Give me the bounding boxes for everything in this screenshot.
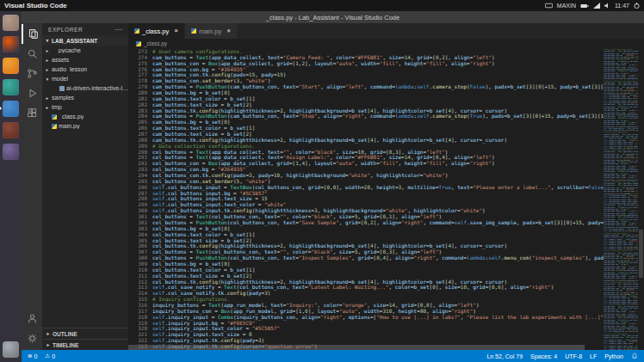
network-icon[interactable] xyxy=(593,3,600,9)
code-line-315[interactable]: 315# Inquiry configurations. xyxy=(128,297,604,303)
code-line-286[interactable]: 286cam_buttons.text_color = b_set[1] xyxy=(128,126,604,132)
code-line-288[interactable]: 288cam_buttons.tk.config(highlightthickn… xyxy=(128,138,604,144)
code-line-313[interactable]: 313self.col_save_notify = Text(col_butto… xyxy=(128,285,604,291)
code-line-302[interactable]: 302col_buttons = PushButton(col_buttons_… xyxy=(128,220,604,226)
tab--class-py[interactable]: _class.py× xyxy=(128,23,185,39)
launcher-gimp-icon[interactable] xyxy=(2,121,20,139)
launcher-vscode-icon[interactable] xyxy=(2,100,20,118)
tree-item--pycache-[interactable]: ▸__pycache__ xyxy=(42,46,128,55)
code-area[interactable]: 273# User camera configurations.274cam_b… xyxy=(128,48,604,350)
topbar-app-name[interactable]: Visual Studio Code xyxy=(4,2,67,9)
run-debug-icon[interactable] xyxy=(22,83,42,103)
code-line-309[interactable]: 309col_buttons.bg = b_set[0] xyxy=(128,261,604,267)
vertical-scrollbar[interactable] xyxy=(638,48,644,350)
breadcrumb[interactable]: _class.py xyxy=(128,39,644,48)
error-indicator[interactable]: ⊗0 xyxy=(28,353,37,359)
code-line-295[interactable]: 295col_buttons_con.set_border(5, "white"… xyxy=(128,179,604,185)
launcher-software-center-icon[interactable] xyxy=(2,78,20,96)
launcher-system-settings-icon[interactable] xyxy=(2,143,20,161)
code-line-287[interactable]: 287cam_buttons.text_size = b_set[2] xyxy=(128,132,604,138)
vertical-scrollbar-slider[interactable] xyxy=(639,230,643,278)
code-line-292[interactable]: 292col_buttons_con = Box(app_data_collec… xyxy=(128,161,604,167)
code-line-291[interactable]: 291col_buttons = Text(app_data_collect, … xyxy=(128,155,604,161)
launcher-trash-icon[interactable] xyxy=(2,341,20,359)
code-line-308[interactable]: 308col_buttons = PushButton(col_buttons_… xyxy=(128,255,604,261)
status-item-1[interactable]: Spaces: 4 xyxy=(530,353,557,359)
tree-item-main-py[interactable]: main.py xyxy=(42,121,128,131)
code-line-290[interactable]: 290col_buttons = Text(app_data_collect, … xyxy=(128,150,604,156)
extensions-icon[interactable] xyxy=(22,103,42,123)
code-editor[interactable]: 273# User camera configurations.274cam_b… xyxy=(128,48,644,350)
code-line-312[interactable]: 312col_buttons.tk.config(highlightthickn… xyxy=(128,279,604,285)
code-line-279[interactable]: 279cam_buttons = PushButton(cam_buttons_… xyxy=(128,84,604,90)
minimap[interactable]: # User camera configurations.cam_buttons… xyxy=(604,48,638,350)
horizontal-scrollbar-slider[interactable] xyxy=(128,345,585,350)
tree-item-samples[interactable]: ▸samples xyxy=(42,93,128,102)
code-line-322[interactable]: 322self.inquiry_input.tk.config(pady=3) xyxy=(128,338,604,344)
status-item-3[interactable]: LF xyxy=(590,353,597,359)
code-line-276[interactable]: 276cam_buttons_con.bg = "#364935" xyxy=(128,67,604,73)
tree-item--class-py[interactable]: _class.py xyxy=(42,112,128,121)
status-item-4[interactable]: Python xyxy=(604,353,623,359)
code-line-280[interactable]: 280cam_buttons.bg = b_set[0] xyxy=(128,90,604,96)
modified-dot-icon[interactable]: ● xyxy=(226,28,231,34)
window-title[interactable]: _class.py - Lab_Assistant - Visual Studi… xyxy=(22,11,644,23)
code-line-273[interactable]: 273# User camera configurations. xyxy=(128,49,604,55)
code-line-316[interactable]: 316inquiry_buttons = Text(app_run_model,… xyxy=(128,303,604,309)
tree-item-assets[interactable]: ▸assets xyxy=(42,55,128,64)
topbar-clock[interactable]: 11:47 xyxy=(615,3,629,9)
code-line-319[interactable]: 319self.inquiry_input.bg = "#F0E5C9" xyxy=(128,321,604,327)
horizontal-scrollbar[interactable] xyxy=(128,345,604,350)
status-item-0[interactable]: Ln 52, Col 79 xyxy=(486,353,523,359)
code-line-317[interactable]: 317inquiry_buttons_con = Box(app_run_mod… xyxy=(128,309,604,315)
launcher-amazon-icon[interactable] xyxy=(2,57,20,75)
code-line-283[interactable]: 283cam_buttons.tk.config(highlightthickn… xyxy=(128,108,604,114)
code-line-311[interactable]: 311col_buttons.text_size = b_set[2] xyxy=(128,273,604,279)
code-line-285[interactable]: 285cam_buttons.bg = b_set[0] xyxy=(128,120,604,126)
tree-item-model[interactable]: ▾model xyxy=(42,74,128,83)
code-line-298[interactable]: 298self.col_buttons_input.text_size = 15 xyxy=(128,196,604,202)
search-icon[interactable] xyxy=(22,44,42,64)
code-line-321[interactable]: 321self.inquiry_input.text_size = 8 xyxy=(128,332,604,338)
code-line-293[interactable]: 293col_buttons_con.bg = "#364935" xyxy=(128,167,604,173)
keyboard-indicator-icon[interactable] xyxy=(545,3,553,9)
code-line-294[interactable]: 294col_buttons_con.tk.config(padx=3, pad… xyxy=(128,173,604,179)
code-line-300[interactable]: 300self.col_buttons_input.tk.config(high… xyxy=(128,208,604,214)
code-line-305[interactable]: 305col_buttons.text_size = b_set[2] xyxy=(128,238,604,244)
code-line-307[interactable]: 307col_buttons = Text(col_buttons_con, t… xyxy=(128,249,604,255)
tree-item-ai-driven-interactive-lab-assistant-[interactable]: ai-driven-interactive-lab-assistant-... xyxy=(42,83,128,93)
code-line-284[interactable]: 284cam_buttons = PushButton(cam_buttons_… xyxy=(128,114,604,120)
code-line-304[interactable]: 304col_buttons.text_color = b_set[1] xyxy=(128,232,604,238)
source-control-icon[interactable] xyxy=(22,64,42,83)
code-line-320[interactable]: 320self.inquiry_input.text_color = "#5C5… xyxy=(128,326,604,332)
code-line-318[interactable]: 318self.inquiry_input = Combo(inquiry_bu… xyxy=(128,315,604,321)
code-line-275[interactable]: 275cam_buttons_con = Box(app_data_collec… xyxy=(128,61,604,67)
code-line-277[interactable]: 277cam_buttons_con.tk.config(padx=15, pa… xyxy=(128,72,604,78)
code-line-282[interactable]: 282cam_buttons.text_size = b_set[2] xyxy=(128,102,604,108)
code-line-303[interactable]: 303col_buttons.bg = b_set[0] xyxy=(128,226,604,232)
topbar-user-label[interactable]: MAXIN xyxy=(557,3,576,9)
launcher-files-icon[interactable] xyxy=(2,14,20,32)
code-line-306[interactable]: 306col_buttons.tk.config(highlightthickn… xyxy=(128,243,604,249)
workspace-root[interactable]: ▾ LAB_ASSISTANT xyxy=(42,35,128,46)
more-actions-icon[interactable]: ⋯ xyxy=(115,26,122,34)
settings-gear-icon[interactable] xyxy=(22,328,42,348)
battery-icon[interactable] xyxy=(580,3,589,9)
code-line-274[interactable]: 274cam_buttons = Text(app_data_collect, … xyxy=(128,55,604,61)
notifications-bell-icon[interactable] xyxy=(631,353,638,360)
close-icon[interactable]: × xyxy=(174,28,178,34)
account-icon[interactable] xyxy=(22,309,42,328)
tab-main-py[interactable]: main.py● xyxy=(185,23,238,39)
outline-section[interactable]: ▸ OUTLINE xyxy=(42,328,128,339)
code-line-281[interactable]: 281cam_buttons.text_color = b_set[1] xyxy=(128,96,604,102)
power-icon[interactable] xyxy=(634,3,640,9)
status-item-2[interactable]: UTF-8 xyxy=(565,353,582,359)
launcher-firefox-icon[interactable] xyxy=(2,35,20,53)
code-line-314[interactable]: 314self.col_save_notify.tk.config(pady=3… xyxy=(128,291,604,297)
code-line-278[interactable]: 278cam_buttons_con.set_border(3, "white"… xyxy=(128,78,604,84)
tree-item-tmp[interactable]: ▸tmp xyxy=(42,102,128,112)
code-line-301[interactable]: 301col_buttons = Text(col_buttons_con, t… xyxy=(128,214,604,220)
explorer-icon[interactable] xyxy=(22,24,42,44)
timeline-section[interactable]: ▸ TIMELINE xyxy=(42,339,128,350)
warning-indicator[interactable]: ⚠0 xyxy=(45,353,55,359)
